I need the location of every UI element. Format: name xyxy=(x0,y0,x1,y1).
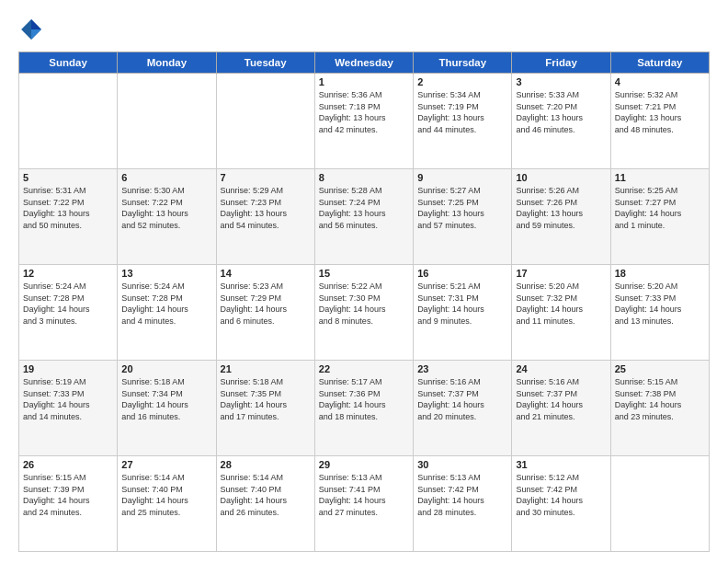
cell-info: Sunrise: 5:15 AMSunset: 7:39 PMDaylight:… xyxy=(23,472,113,518)
page: SundayMondayTuesdayWednesdayThursdayFrid… xyxy=(0,0,728,563)
day-header-friday: Friday xyxy=(512,52,610,74)
day-header-monday: Monday xyxy=(118,52,216,74)
calendar-cell: 2Sunrise: 5:34 AMSunset: 7:19 PMDaylight… xyxy=(414,74,512,169)
calendar-cell: 21Sunrise: 5:18 AMSunset: 7:35 PMDayligh… xyxy=(216,361,314,456)
week-row-5: 26Sunrise: 5:15 AMSunset: 7:39 PMDayligh… xyxy=(19,456,710,552)
calendar-cell: 30Sunrise: 5:13 AMSunset: 7:42 PMDayligh… xyxy=(414,456,512,552)
calendar-cell: 7Sunrise: 5:29 AMSunset: 7:23 PMDaylight… xyxy=(216,169,314,265)
cell-info: Sunrise: 5:14 AMSunset: 7:40 PMDaylight:… xyxy=(121,472,211,518)
calendar-cell xyxy=(118,74,216,169)
day-number: 29 xyxy=(319,459,409,470)
calendar-cell xyxy=(19,74,118,169)
day-header-sunday: Sunday xyxy=(19,52,118,74)
day-number: 15 xyxy=(319,268,409,279)
cell-info: Sunrise: 5:17 AMSunset: 7:36 PMDaylight:… xyxy=(319,376,409,422)
cell-info: Sunrise: 5:24 AMSunset: 7:28 PMDaylight:… xyxy=(121,281,211,327)
calendar-cell: 23Sunrise: 5:16 AMSunset: 7:37 PMDayligh… xyxy=(414,361,512,456)
cell-info: Sunrise: 5:12 AMSunset: 7:42 PMDaylight:… xyxy=(516,472,606,518)
calendar-cell: 15Sunrise: 5:22 AMSunset: 7:30 PMDayligh… xyxy=(314,265,413,361)
calendar-cell: 14Sunrise: 5:23 AMSunset: 7:29 PMDayligh… xyxy=(216,265,314,361)
week-row-3: 12Sunrise: 5:24 AMSunset: 7:28 PMDayligh… xyxy=(19,265,710,361)
calendar-cell: 29Sunrise: 5:13 AMSunset: 7:41 PMDayligh… xyxy=(314,456,413,552)
day-header-wednesday: Wednesday xyxy=(314,52,413,74)
cell-info: Sunrise: 5:29 AMSunset: 7:23 PMDaylight:… xyxy=(221,185,311,231)
calendar-cell: 12Sunrise: 5:24 AMSunset: 7:28 PMDayligh… xyxy=(19,265,118,361)
day-number: 12 xyxy=(23,268,113,279)
day-number: 9 xyxy=(417,172,507,183)
cell-info: Sunrise: 5:30 AMSunset: 7:22 PMDaylight:… xyxy=(121,185,211,231)
day-number: 26 xyxy=(23,459,113,470)
calendar-cell xyxy=(216,74,314,169)
cell-info: Sunrise: 5:18 AMSunset: 7:35 PMDaylight:… xyxy=(221,376,311,422)
day-headers-row: SundayMondayTuesdayWednesdayThursdayFrid… xyxy=(19,52,710,74)
cell-info: Sunrise: 5:31 AMSunset: 7:22 PMDaylight:… xyxy=(23,185,113,231)
cell-info: Sunrise: 5:13 AMSunset: 7:42 PMDaylight:… xyxy=(417,472,507,518)
day-number: 17 xyxy=(516,268,606,279)
cell-info: Sunrise: 5:27 AMSunset: 7:25 PMDaylight:… xyxy=(417,185,507,231)
day-header-saturday: Saturday xyxy=(610,52,709,74)
calendar-cell: 26Sunrise: 5:15 AMSunset: 7:39 PMDayligh… xyxy=(19,456,118,552)
calendar-cell: 11Sunrise: 5:25 AMSunset: 7:27 PMDayligh… xyxy=(610,169,709,265)
calendar-cell: 8Sunrise: 5:28 AMSunset: 7:24 PMDaylight… xyxy=(314,169,413,265)
calendar-cell: 22Sunrise: 5:17 AMSunset: 7:36 PMDayligh… xyxy=(314,361,413,456)
day-number: 13 xyxy=(121,268,211,279)
cell-info: Sunrise: 5:20 AMSunset: 7:32 PMDaylight:… xyxy=(516,281,606,327)
day-header-tuesday: Tuesday xyxy=(216,52,314,74)
day-number: 6 xyxy=(121,172,211,183)
cell-info: Sunrise: 5:26 AMSunset: 7:26 PMDaylight:… xyxy=(516,185,606,231)
cell-info: Sunrise: 5:15 AMSunset: 7:38 PMDaylight:… xyxy=(615,376,705,422)
svg-marker-2 xyxy=(31,29,41,40)
calendar-cell: 17Sunrise: 5:20 AMSunset: 7:32 PMDayligh… xyxy=(512,265,610,361)
calendar-cell: 9Sunrise: 5:27 AMSunset: 7:25 PMDaylight… xyxy=(414,169,512,265)
cell-info: Sunrise: 5:19 AMSunset: 7:33 PMDaylight:… xyxy=(23,376,113,422)
calendar-cell: 28Sunrise: 5:14 AMSunset: 7:40 PMDayligh… xyxy=(216,456,314,552)
calendar-cell: 16Sunrise: 5:21 AMSunset: 7:31 PMDayligh… xyxy=(414,265,512,361)
cell-info: Sunrise: 5:25 AMSunset: 7:27 PMDaylight:… xyxy=(615,185,705,231)
cell-info: Sunrise: 5:16 AMSunset: 7:37 PMDaylight:… xyxy=(417,376,507,422)
day-number: 3 xyxy=(516,76,606,87)
day-number: 16 xyxy=(417,268,507,279)
calendar-cell: 13Sunrise: 5:24 AMSunset: 7:28 PMDayligh… xyxy=(118,265,216,361)
calendar-cell xyxy=(610,456,709,552)
day-number: 11 xyxy=(615,172,705,183)
cell-info: Sunrise: 5:14 AMSunset: 7:40 PMDaylight:… xyxy=(221,472,311,518)
day-number: 7 xyxy=(221,172,311,183)
header xyxy=(18,17,710,42)
cell-info: Sunrise: 5:22 AMSunset: 7:30 PMDaylight:… xyxy=(319,281,409,327)
day-number: 21 xyxy=(221,363,311,374)
calendar-cell: 25Sunrise: 5:15 AMSunset: 7:38 PMDayligh… xyxy=(610,361,709,456)
day-number: 4 xyxy=(615,76,705,87)
svg-marker-1 xyxy=(31,19,41,29)
day-number: 24 xyxy=(516,363,606,374)
cell-info: Sunrise: 5:24 AMSunset: 7:28 PMDaylight:… xyxy=(23,281,113,327)
calendar-cell: 31Sunrise: 5:12 AMSunset: 7:42 PMDayligh… xyxy=(512,456,610,552)
week-row-2: 5Sunrise: 5:31 AMSunset: 7:22 PMDaylight… xyxy=(19,169,710,265)
day-number: 28 xyxy=(221,459,311,470)
calendar-cell: 24Sunrise: 5:16 AMSunset: 7:37 PMDayligh… xyxy=(512,361,610,456)
day-number: 18 xyxy=(615,268,705,279)
day-number: 30 xyxy=(417,459,507,470)
day-number: 8 xyxy=(319,172,409,183)
calendar-cell: 5Sunrise: 5:31 AMSunset: 7:22 PMDaylight… xyxy=(19,169,118,265)
calendar-cell: 1Sunrise: 5:36 AMSunset: 7:18 PMDaylight… xyxy=(314,74,413,169)
calendar-cell: 19Sunrise: 5:19 AMSunset: 7:33 PMDayligh… xyxy=(19,361,118,456)
week-row-1: 1Sunrise: 5:36 AMSunset: 7:18 PMDaylight… xyxy=(19,74,710,169)
cell-info: Sunrise: 5:21 AMSunset: 7:31 PMDaylight:… xyxy=(417,281,507,327)
calendar-table: SundayMondayTuesdayWednesdayThursdayFrid… xyxy=(18,52,710,552)
cell-info: Sunrise: 5:16 AMSunset: 7:37 PMDaylight:… xyxy=(516,376,606,422)
cell-info: Sunrise: 5:13 AMSunset: 7:41 PMDaylight:… xyxy=(319,472,409,518)
day-number: 19 xyxy=(23,363,113,374)
day-number: 27 xyxy=(121,459,211,470)
calendar-cell: 3Sunrise: 5:33 AMSunset: 7:20 PMDaylight… xyxy=(512,74,610,169)
day-number: 20 xyxy=(121,363,211,374)
calendar-cell: 18Sunrise: 5:20 AMSunset: 7:33 PMDayligh… xyxy=(610,265,709,361)
cell-info: Sunrise: 5:33 AMSunset: 7:20 PMDaylight:… xyxy=(516,89,606,135)
logo xyxy=(18,17,48,42)
day-number: 1 xyxy=(319,76,409,87)
cell-info: Sunrise: 5:34 AMSunset: 7:19 PMDaylight:… xyxy=(417,89,507,135)
calendar-cell: 20Sunrise: 5:18 AMSunset: 7:34 PMDayligh… xyxy=(118,361,216,456)
day-number: 10 xyxy=(516,172,606,183)
calendar-cell: 4Sunrise: 5:32 AMSunset: 7:21 PMDaylight… xyxy=(610,74,709,169)
cell-info: Sunrise: 5:23 AMSunset: 7:29 PMDaylight:… xyxy=(221,281,311,327)
calendar-cell: 10Sunrise: 5:26 AMSunset: 7:26 PMDayligh… xyxy=(512,169,610,265)
